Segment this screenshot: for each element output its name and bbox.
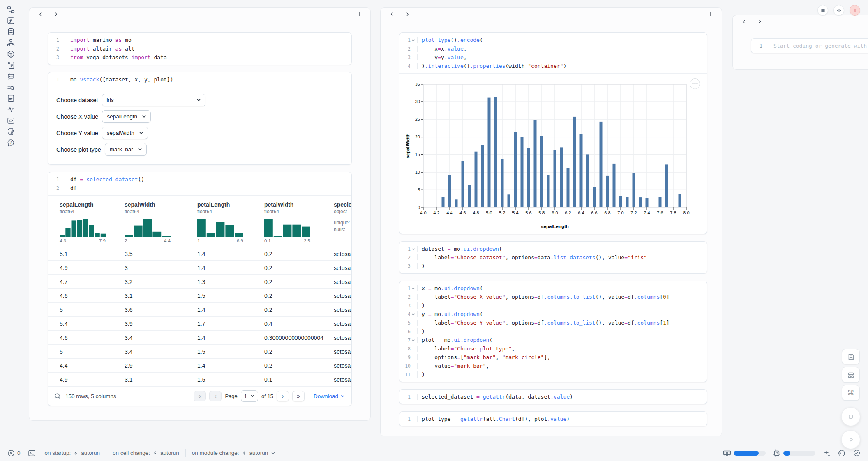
column-prev-button[interactable] (387, 9, 396, 18)
save-button[interactable] (842, 349, 860, 364)
table-cell: 0.4 (264, 320, 334, 327)
choose-dataset-select[interactable]: iris (102, 94, 205, 106)
code-cell-chart[interactable]: 1plot_type().encode(2 x=x.value,3 y=y.va… (399, 32, 707, 234)
code-cell-xy-plot-dropdowns[interactable]: 1x = mo.ui.dropdown(2 label="Choose X va… (399, 281, 707, 382)
command-icon: ⌘ (847, 390, 854, 396)
code-cell-vstack[interactable]: 1mo.vstack([dataset, x, y, plot]) Choose… (48, 72, 352, 165)
column-type: object (334, 209, 352, 214)
add-cell-button[interactable] (706, 9, 715, 18)
first-page-button[interactable]: « (194, 391, 206, 401)
code-cell-selected-dataset[interactable]: 1selected_dataset = getattr(data, datase… (399, 389, 707, 404)
rail-button-documentation[interactable] (5, 94, 16, 103)
scroll-icon (7, 61, 15, 69)
settings-button[interactable] (833, 5, 844, 16)
line-number: 2 (48, 46, 66, 52)
rail-button-packages[interactable] (5, 50, 16, 58)
table-row[interactable]: 53.61.40.2setosa (48, 302, 351, 316)
fold-chevron-icon[interactable] (411, 339, 415, 342)
column-header-sepalLength[interactable]: sepalLengthfloat644.37.9 (60, 201, 125, 243)
terminal-button[interactable] (28, 449, 36, 457)
close-button[interactable] (850, 5, 860, 16)
code-cell-imports[interactable]: 1import marimo as mo2import altair as al… (48, 32, 352, 65)
error-indicator[interactable]: 0 (7, 449, 21, 457)
rail-button-scratchpad[interactable] (5, 61, 16, 69)
code-cell-dataframe[interactable]: 1df = selected_dataset()2df sepalLengthf… (48, 172, 352, 406)
choose-y-value-select[interactable]: sepalWidth (102, 127, 148, 139)
on-module-change-setting[interactable]: on module change: autorun (192, 450, 276, 456)
table-row[interactable]: 5.13.51.40.2setosa (48, 247, 351, 260)
layout-button[interactable] (842, 367, 860, 383)
add-cell-button[interactable] (355, 9, 364, 18)
rail-button-logs[interactable] (5, 83, 16, 92)
ai-button[interactable] (822, 449, 831, 457)
table-row[interactable]: 4.93.11.50.1setosa (48, 372, 351, 386)
table-row[interactable]: 5.43.91.70.4setosa (48, 316, 351, 330)
save-icon (847, 353, 855, 361)
table-footer: 150 rows, 5 columns « ‹ Page 1 of 15 › » (48, 386, 351, 406)
table-row[interactable]: 4.63.11.50.2setosa (48, 288, 351, 302)
table-cell: 3.1 (125, 376, 197, 383)
scratchpad-cell[interactable]: 1 Start coding or generate with AI (751, 38, 868, 53)
rail-button-scratch-notebook[interactable] (5, 127, 16, 136)
cpu-usage[interactable] (773, 449, 815, 457)
next-page-button[interactable]: › (277, 391, 289, 401)
chart-actions-button[interactable] (690, 78, 700, 89)
table-row[interactable]: 4.42.91.40.2setosa (48, 358, 351, 372)
memory-usage[interactable] (723, 449, 766, 457)
column-header-species[interactable]: speciesobjectunique:nulls: (334, 201, 352, 243)
fold-chevron-icon[interactable] (411, 247, 415, 251)
generate-link[interactable]: generate (825, 43, 851, 49)
rail-button-datasources[interactable] (5, 28, 16, 36)
rail-button-tracing[interactable] (5, 105, 16, 114)
search-icon[interactable] (54, 393, 61, 400)
rail-button-help[interactable]: ? (5, 138, 16, 147)
column-next-button[interactable] (51, 9, 60, 18)
column-prev-button[interactable] (36, 9, 45, 18)
rail-button-function[interactable] (5, 16, 16, 25)
bar-chart[interactable]: 4.04.24.44.64.85.05.25.45.65.86.06.26.46… (404, 78, 704, 231)
prev-page-button[interactable]: ‹ (209, 391, 222, 401)
rail-button-dependencies[interactable] (5, 39, 16, 47)
svg-text:5.2: 5.2 (499, 210, 505, 215)
code-cell-plot-type[interactable]: 1plot_type = getattr(alt.Chart(df), plot… (399, 411, 707, 426)
rail-button-chat[interactable] (5, 72, 16, 81)
column-header-petalLength[interactable]: petalLengthfloat6416.9 (197, 201, 264, 243)
code-cell-dataset-dropdown[interactable]: 1dataset = mo.ui.dropdown(2 label="Choos… (399, 241, 707, 274)
column-prev-button[interactable] (739, 17, 748, 26)
column-next-button[interactable] (755, 17, 764, 26)
fold-chevron-icon[interactable] (411, 39, 415, 42)
last-page-button[interactable]: » (292, 391, 305, 401)
on-cell-change-setting[interactable]: on cell change: autorun (113, 450, 179, 456)
download-button[interactable]: Download (314, 393, 345, 399)
choose-plot-type-select[interactable]: mark_bar (105, 143, 147, 156)
table-row[interactable]: 53.41.50.2setosa (48, 344, 351, 358)
table-row[interactable]: 4.73.21.30.2setosa (48, 274, 351, 288)
table-cell: 1.4 (197, 307, 264, 313)
on-startup-setting[interactable]: on startup: autorun (45, 450, 100, 456)
scratchpad-input[interactable]: Start coding or generate with AI (769, 43, 868, 49)
table-cell: 4.6 (60, 334, 125, 341)
column-name: petalWidth (264, 201, 334, 208)
stop-button[interactable] (841, 407, 860, 426)
column-next-button[interactable] (403, 9, 412, 18)
table-row[interactable]: 4.63.41.40.30000000000000004setosa (48, 330, 351, 344)
error-count: 0 (17, 450, 21, 456)
shortcuts-button[interactable]: ⌘ (842, 385, 860, 401)
table-cell: 0.2 (264, 251, 334, 257)
rail-button-snippets[interactable] (5, 116, 16, 125)
column-name: petalLength (197, 201, 264, 208)
fold-chevron-icon[interactable] (411, 313, 415, 316)
copilot-button[interactable] (838, 449, 846, 457)
rail-button-file-tree[interactable] (5, 5, 16, 14)
column-header-sepalWidth[interactable]: sepalWidthfloat6424.4 (125, 201, 197, 243)
menu-button[interactable] (817, 5, 828, 16)
connection-status-button[interactable] (853, 449, 861, 457)
fold-chevron-icon[interactable] (411, 287, 415, 290)
control-label: Choose dataset (56, 97, 98, 104)
column-header-petalWidth[interactable]: petalWidthfloat640.12.5 (264, 201, 334, 243)
table-row[interactable]: 4.931.40.2setosa (48, 260, 351, 274)
sparkles-icon (822, 449, 831, 457)
svg-text:20: 20 (415, 134, 420, 139)
page-select[interactable]: 1 (241, 390, 258, 402)
choose-x-value-select[interactable]: sepalLength (102, 110, 151, 123)
